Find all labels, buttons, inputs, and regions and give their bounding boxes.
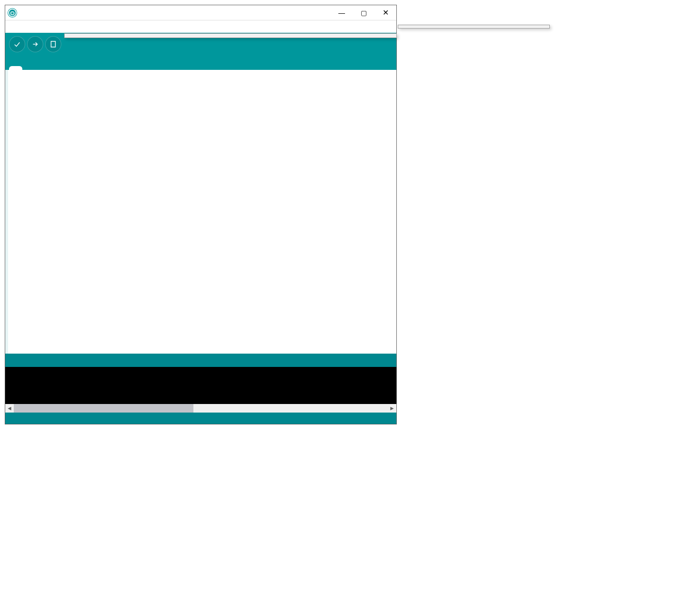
tools-menu-dropdown <box>64 33 397 38</box>
scroll-left-icon[interactable]: ◄ <box>5 405 14 412</box>
line-gutter <box>8 70 26 354</box>
code-area[interactable] <box>26 70 396 354</box>
tab-bar <box>5 56 396 70</box>
scroll-right-icon[interactable]: ► <box>388 405 396 412</box>
status-footer <box>5 413 396 424</box>
output-console[interactable] <box>5 367 396 404</box>
verify-button[interactable] <box>9 36 25 52</box>
maximize-button[interactable]: ▢ <box>353 6 374 20</box>
scroll-thumb[interactable] <box>14 404 193 413</box>
menubar <box>5 20 396 33</box>
horizontal-scrollbar[interactable]: ◄ ► <box>5 404 396 413</box>
minimize-button[interactable]: — <box>331 6 353 20</box>
arduino-app-icon <box>8 9 17 17</box>
upload-button[interactable] <box>27 36 43 52</box>
new-button[interactable] <box>45 36 61 52</box>
titlebar: — ▢ ✕ <box>5 5 396 20</box>
build-status-bar <box>5 354 396 367</box>
sketch-tab[interactable] <box>9 66 22 70</box>
main-window: — ▢ ✕ ◄ ► <box>5 5 397 424</box>
code-editor[interactable] <box>5 70 396 354</box>
boards-submenu <box>398 25 550 29</box>
window-controls: — ▢ ✕ <box>331 6 396 20</box>
svg-rect-0 <box>51 41 56 47</box>
close-button[interactable]: ✕ <box>374 6 396 20</box>
